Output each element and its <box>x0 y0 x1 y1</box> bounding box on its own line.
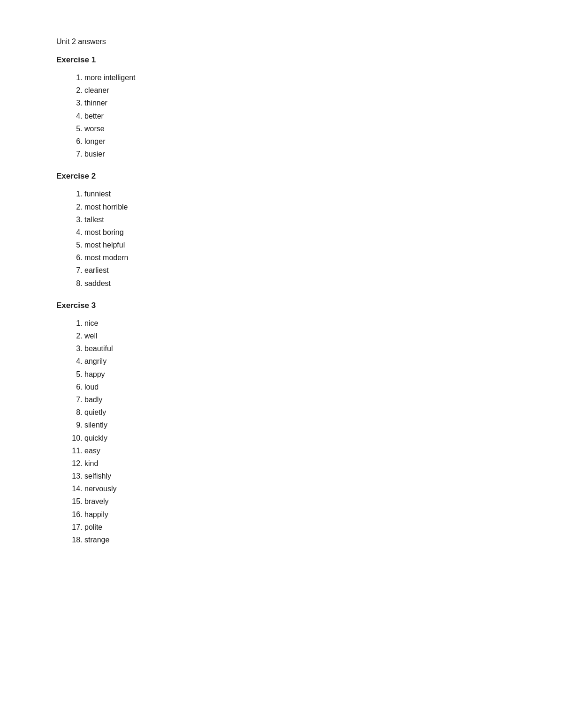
list-item: nervously <box>84 482 507 495</box>
list-item: well <box>84 330 507 342</box>
list-item: most helpful <box>84 239 507 251</box>
page-title: Unit 2 answers <box>56 38 507 46</box>
list-item: silently <box>84 419 507 431</box>
exercise-heading-1: Exercise 1 <box>56 55 507 65</box>
list-item: quickly <box>84 432 507 444</box>
list-item: badly <box>84 393 507 406</box>
list-item: most modern <box>84 251 507 264</box>
list-item: cleaner <box>84 84 507 97</box>
list-item: longer <box>84 135 507 148</box>
list-item: saddest <box>84 277 507 290</box>
list-item: strange <box>84 533 507 546</box>
exercise-list-3: nicewellbeautifulangrilyhappyloudbadlyqu… <box>56 317 507 546</box>
list-item: tallest <box>84 213 507 226</box>
exercise-heading-3: Exercise 3 <box>56 301 507 310</box>
list-item: polite <box>84 521 507 533</box>
list-item: selfishly <box>84 470 507 482</box>
list-item: happy <box>84 368 507 381</box>
list-item: kind <box>84 457 507 470</box>
list-item: loud <box>84 381 507 393</box>
list-item: more intelligent <box>84 71 507 84</box>
exercise-list-2: funniestmost horribletallestmost boringm… <box>56 188 507 290</box>
list-item: nice <box>84 317 507 330</box>
list-item: bravely <box>84 495 507 508</box>
list-item: angrily <box>84 355 507 368</box>
list-item: better <box>84 110 507 122</box>
list-item: busier <box>84 148 507 160</box>
list-item: thinner <box>84 97 507 109</box>
list-item: funniest <box>84 188 507 200</box>
list-item: earliest <box>84 264 507 277</box>
exercise-list-1: more intelligentcleanerthinnerbetterwors… <box>56 71 507 160</box>
exercise-heading-2: Exercise 2 <box>56 172 507 181</box>
list-item: most horrible <box>84 201 507 213</box>
list-item: most boring <box>84 226 507 239</box>
list-item: worse <box>84 122 507 135</box>
list-item: beautiful <box>84 342 507 355</box>
list-item: quietly <box>84 406 507 419</box>
list-item: easy <box>84 444 507 457</box>
list-item: happily <box>84 508 507 521</box>
